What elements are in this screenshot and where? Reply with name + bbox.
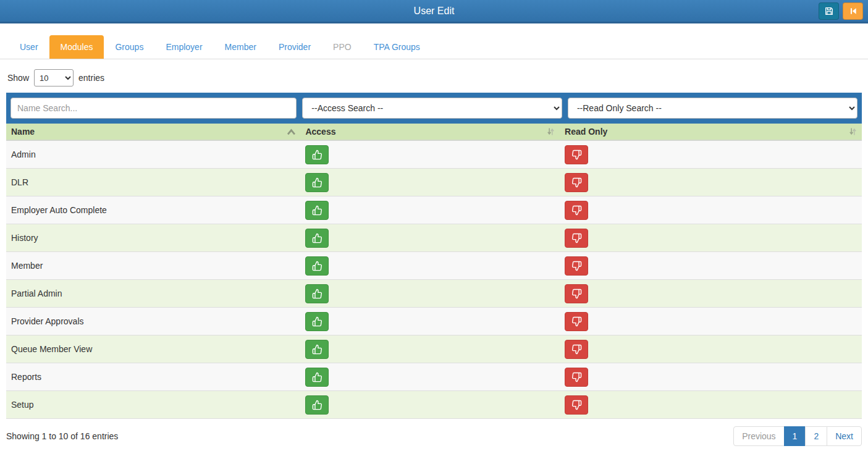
- access-thumbs-up-button[interactable]: [305, 395, 329, 415]
- thumbs-down-icon: [571, 205, 582, 216]
- thumbs-up-icon: [312, 261, 322, 271]
- tab-provider[interactable]: Provider: [268, 35, 322, 59]
- pagination-next[interactable]: Next: [827, 426, 862, 446]
- show-label: Show: [7, 73, 29, 83]
- thumbs-up-icon: [312, 344, 322, 355]
- column-header-access-label: Access: [305, 127, 335, 137]
- page-title: User Edit: [0, 6, 868, 17]
- module-name: Provider Approvals: [6, 316, 300, 326]
- filter-panel: --Access Search -- --Read Only Search --: [6, 93, 862, 124]
- thumbs-down-icon: [571, 289, 582, 299]
- column-header-readonly-label: Read Only: [565, 127, 607, 137]
- table-row: Employer Auto Complete: [6, 196, 862, 224]
- readonly-thumbs-down-button[interactable]: [565, 256, 588, 276]
- thumbs-down-icon: [571, 177, 582, 188]
- readonly-thumbs-down-button[interactable]: [565, 340, 588, 359]
- access-thumbs-up-button[interactable]: [305, 340, 329, 359]
- access-thumbs-up-button[interactable]: [305, 312, 329, 331]
- access-thumbs-up-button[interactable]: [305, 256, 329, 276]
- thumbs-down-icon: [571, 233, 582, 243]
- table-footer: Showing 1 to 10 of 16 entries Previous 1…: [6, 419, 862, 446]
- table-row: Queue Member View: [6, 335, 862, 363]
- tab-ppo[interactable]: PPO: [322, 35, 363, 59]
- pagination: Previous 1 2 Next: [733, 426, 862, 446]
- page-length-control: Show 10 entries: [7, 69, 861, 86]
- pagination-previous[interactable]: Previous: [733, 426, 784, 446]
- module-name: Admin: [6, 150, 300, 159]
- thumbs-down-icon: [571, 344, 582, 355]
- step-backward-icon: [849, 7, 857, 15]
- access-thumbs-up-button[interactable]: [305, 229, 329, 248]
- thumbs-up-icon: [312, 316, 322, 327]
- readonly-thumbs-down-button[interactable]: [565, 229, 588, 248]
- table-row: DLR: [6, 169, 862, 196]
- access-thumbs-up-button[interactable]: [305, 201, 329, 220]
- table-body: Admin DLR Employer Auto Complete History…: [6, 141, 862, 419]
- readonly-thumbs-down-button[interactable]: [565, 201, 588, 220]
- readonly-thumbs-down-button[interactable]: [565, 284, 588, 303]
- modules-table: Name Access Read Only: [6, 124, 862, 419]
- column-header-name-label: Name: [11, 127, 35, 137]
- readonly-thumbs-down-button[interactable]: [565, 368, 588, 387]
- title-bar: User Edit: [0, 0, 868, 23]
- save-button[interactable]: [819, 2, 839, 20]
- sort-both-icon: [849, 127, 857, 136]
- thumbs-down-icon: [571, 400, 582, 410]
- column-header-readonly[interactable]: Read Only: [560, 124, 862, 140]
- thumbs-down-icon: [571, 316, 582, 327]
- table-row: Member: [6, 252, 862, 280]
- readonly-thumbs-down-button[interactable]: [565, 145, 588, 164]
- pagination-page-1[interactable]: 1: [784, 426, 806, 446]
- thumbs-up-icon: [312, 150, 322, 160]
- readonly-search-select[interactable]: --Read Only Search --: [568, 98, 857, 119]
- readonly-thumbs-down-button[interactable]: [565, 312, 588, 331]
- column-header-name[interactable]: Name: [6, 124, 300, 140]
- table-row: Partial Admin: [6, 280, 862, 308]
- column-header-access[interactable]: Access: [300, 124, 560, 140]
- access-search-select[interactable]: --Access Search --: [302, 98, 562, 119]
- sort-both-icon: [547, 127, 555, 136]
- module-name: Reports: [6, 372, 300, 382]
- table-row: History: [6, 224, 862, 252]
- readonly-thumbs-down-button[interactable]: [565, 395, 588, 415]
- thumbs-up-icon: [312, 400, 322, 410]
- floppy-disk-icon: [824, 6, 834, 16]
- tab-member[interactable]: Member: [214, 35, 268, 59]
- module-name: DLR: [6, 177, 300, 187]
- tab-user[interactable]: User: [9, 35, 49, 59]
- thumbs-down-icon: [571, 150, 582, 160]
- access-thumbs-up-button[interactable]: [305, 284, 329, 303]
- tab-bar: User Modules Groups Employer Member Prov…: [0, 23, 868, 59]
- title-bar-actions: [819, 2, 863, 20]
- access-thumbs-up-button[interactable]: [305, 145, 329, 164]
- module-name: Member: [6, 261, 300, 271]
- module-name: Setup: [6, 400, 300, 410]
- sort-asc-icon: [287, 129, 295, 135]
- tab-modules[interactable]: Modules: [49, 35, 104, 59]
- name-search-input[interactable]: [11, 98, 297, 119]
- pagination-page-2[interactable]: 2: [805, 426, 827, 446]
- access-thumbs-up-button[interactable]: [305, 173, 329, 192]
- table-row: Provider Approvals: [6, 308, 862, 335]
- module-name: Employer Auto Complete: [6, 205, 300, 215]
- tab-tpa-groups[interactable]: TPA Groups: [363, 35, 431, 59]
- access-thumbs-up-button[interactable]: [305, 368, 329, 387]
- thumbs-up-icon: [312, 372, 322, 382]
- thumbs-up-icon: [312, 289, 322, 299]
- thumbs-down-icon: [571, 372, 582, 382]
- readonly-thumbs-down-button[interactable]: [565, 173, 588, 192]
- tab-groups[interactable]: Groups: [104, 35, 154, 59]
- module-name: History: [6, 233, 300, 243]
- thumbs-up-icon: [312, 205, 322, 216]
- table-row: Setup: [6, 391, 862, 419]
- step-backward-button[interactable]: [843, 2, 863, 20]
- table-row: Admin: [6, 141, 862, 169]
- thumbs-down-icon: [571, 261, 582, 271]
- tab-employer[interactable]: Employer: [154, 35, 213, 59]
- module-name: Queue Member View: [6, 344, 300, 354]
- thumbs-up-icon: [312, 233, 322, 243]
- table-header-row: Name Access Read Only: [6, 124, 862, 141]
- module-name: Partial Admin: [6, 289, 300, 298]
- thumbs-up-icon: [312, 177, 322, 188]
- page-length-select[interactable]: 10: [34, 69, 74, 86]
